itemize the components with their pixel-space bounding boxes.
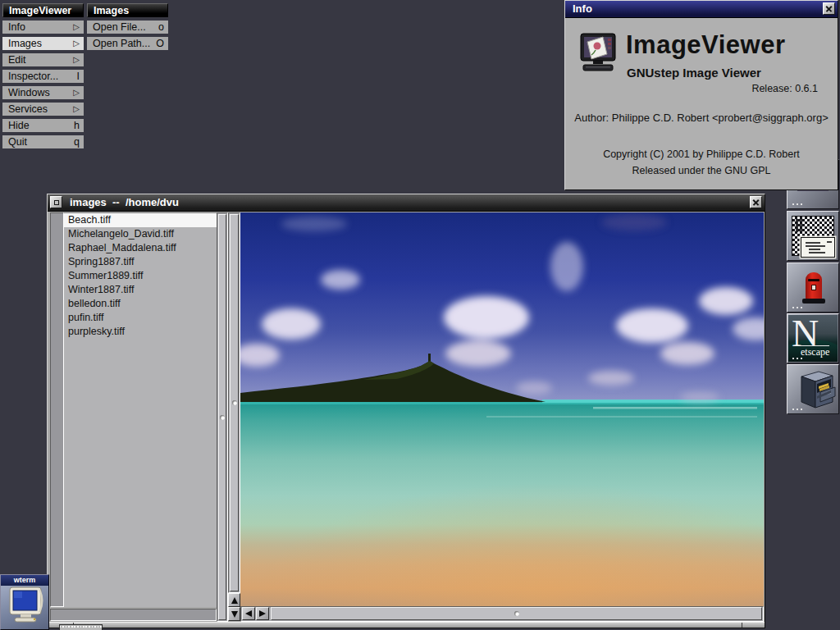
resize-bar-mark — [742, 623, 742, 628]
knob-dimple-icon — [232, 400, 237, 405]
arrow-up-icon — [231, 597, 238, 604]
scroll-knob[interactable] — [271, 607, 762, 620]
submenu-arrow-icon: ▷ — [73, 87, 80, 98]
running-dots-icon — [792, 358, 794, 359]
file-list-item[interactable]: Summer1889.tiff — [64, 269, 217, 283]
beach-photo — [240, 212, 764, 606]
scroll-right-button[interactable] — [256, 607, 269, 620]
miniwindow-title: wterm — [1, 575, 48, 586]
file-list-item[interactable]: Spring1887.tiff — [64, 255, 217, 269]
images-submenu-items: Open File...oOpen Path...O — [87, 21, 168, 50]
scroll-up-button[interactable] — [228, 593, 240, 607]
terminal-icon — [1, 586, 48, 629]
file-list: Beach.tiffMichelangelo_David.tiffRaphael… — [64, 212, 217, 607]
menu-item-quit[interactable]: Quitq — [2, 135, 84, 148]
close-button[interactable] — [823, 2, 835, 15]
file-list-item[interactable]: Beach.tiff — [64, 213, 217, 227]
file-list-item[interactable]: pufin.tiff — [64, 311, 217, 325]
scroll-left-button[interactable] — [242, 607, 255, 620]
menu-item-services[interactable]: Services▷ — [2, 103, 84, 116]
menu-item-open-file[interactable]: Open File...o — [87, 21, 168, 34]
list-horizontal-scroller-slot — [50, 609, 217, 621]
app-menu: ImageViewer Info▷Images▷Edit▷Inspector..… — [2, 3, 84, 152]
file-list-item[interactable]: purplesky.tiff — [64, 325, 217, 339]
submenu-arrow-icon: ▷ — [73, 21, 80, 33]
image-display-beach — [240, 212, 764, 606]
scroll-knob[interactable] — [230, 214, 239, 591]
images-submenu-title[interactable]: Images — [87, 3, 168, 17]
info-copyright: Copyright (C) 2001 by Philippe C.D. Robe… — [565, 148, 838, 160]
key-equivalent: I — [77, 71, 80, 82]
menu-item-open-path[interactable]: Open Path...O — [87, 37, 168, 50]
info-subtitle: GNUstep Image Viewer — [627, 66, 761, 80]
info-author: Author: Philippe C.D. Robert <probert@si… — [565, 112, 838, 124]
knob-dimple-icon — [220, 415, 225, 420]
miniwindow-wterm[interactable]: wterm — [0, 574, 49, 630]
browser-titlebar[interactable]: images -- /home/dvu — [48, 194, 765, 212]
menu-item-label: Open Path... — [93, 38, 150, 49]
window-resize-bar[interactable] — [48, 622, 765, 628]
menu-item-hide[interactable]: Hideh — [2, 119, 84, 132]
menu-item-label: Windows — [8, 87, 50, 98]
menu-item-images[interactable]: Images▷ — [2, 37, 84, 50]
list-scroller-slot — [50, 212, 64, 607]
file-list-item[interactable]: Raphael_Maddalena.tiff — [64, 241, 217, 255]
close-button[interactable] — [750, 196, 762, 208]
dock-tile-file-cabinet[interactable] — [787, 364, 839, 414]
menu-item-label: Hide — [8, 120, 30, 131]
dock-tile-postbox[interactable] — [787, 262, 839, 313]
menu-item-windows[interactable]: Windows▷ — [2, 86, 84, 99]
running-dots-icon — [792, 203, 794, 205]
miniaturize-button[interactable] — [50, 196, 62, 208]
menu-item-inspector[interactable]: Inspector...I — [2, 70, 84, 83]
info-window: Info ImageViewer GNUstep Image Viewer Re… — [564, 0, 838, 190]
running-dots-icon — [792, 307, 794, 308]
menu-item-label: Edit — [8, 54, 26, 66]
list-vertical-scrollbar[interactable] — [217, 212, 228, 622]
images-submenu: Images Open File...oOpen Path...O — [87, 3, 168, 53]
menu-item-label: Info — [8, 21, 25, 33]
file-list-item[interactable]: Michelangelo_David.tiff — [64, 227, 217, 241]
key-equivalent: o — [158, 21, 164, 33]
menu-item-label: Inspector... — [8, 71, 58, 82]
info-window-title: Info — [573, 2, 592, 15]
image-horizontal-scrollbar[interactable] — [240, 606, 764, 622]
info-window-titlebar[interactable]: Info — [565, 1, 838, 18]
info-license: Released under the GNU GPL — [565, 165, 838, 176]
key-equivalent: h — [74, 120, 80, 131]
menu-item-label: Images — [8, 38, 42, 49]
dock-tile-mail[interactable] — [787, 211, 839, 261]
menu-item-label: Open File... — [93, 21, 146, 33]
netscape-icon: N etscape — [788, 315, 838, 362]
submenu-arrow-icon: ▷ — [73, 54, 80, 66]
menu-item-info[interactable]: Info▷ — [2, 21, 84, 34]
key-equivalent: O — [156, 38, 164, 49]
info-app-name: ImageViewer — [626, 30, 785, 60]
app-menu-items: Info▷Images▷Edit▷Inspector...IWindows▷Se… — [2, 21, 84, 148]
hidden-miniwindow[interactable] — [59, 624, 103, 630]
info-release: Release: 0.6.1 — [751, 83, 818, 94]
key-equivalent: q — [74, 136, 80, 148]
scroll-knob[interactable] — [218, 214, 226, 620]
app-menu-title[interactable]: ImageViewer — [2, 3, 84, 17]
menu-item-edit[interactable]: Edit▷ — [2, 53, 84, 66]
arrow-left-icon — [245, 610, 252, 617]
scroll-down-button[interactable] — [228, 607, 240, 621]
file-cabinet-icon — [788, 365, 838, 413]
image-browser-window: images -- /home/dvu Beach.tiffMichelange… — [47, 194, 765, 628]
arrow-right-icon — [259, 610, 266, 617]
running-dots-icon — [792, 409, 794, 410]
app-icon — [578, 32, 619, 76]
image-vertical-scrollbar[interactable] — [228, 212, 240, 593]
dock-tile-netscape[interactable]: N etscape — [787, 313, 839, 363]
file-list-item[interactable]: Winter1887.tiff — [64, 283, 217, 297]
menu-item-label: Services — [8, 103, 48, 115]
mail-icon — [792, 216, 834, 256]
submenu-arrow-icon: ▷ — [73, 38, 80, 49]
arrow-down-icon — [231, 611, 238, 618]
file-list-item[interactable]: belledon.tiff — [64, 297, 217, 311]
knob-dimple-icon — [514, 611, 519, 616]
submenu-arrow-icon: ▷ — [73, 103, 80, 115]
menu-item-label: Quit — [8, 136, 27, 148]
browser-title: images -- /home/dvu — [70, 194, 179, 211]
